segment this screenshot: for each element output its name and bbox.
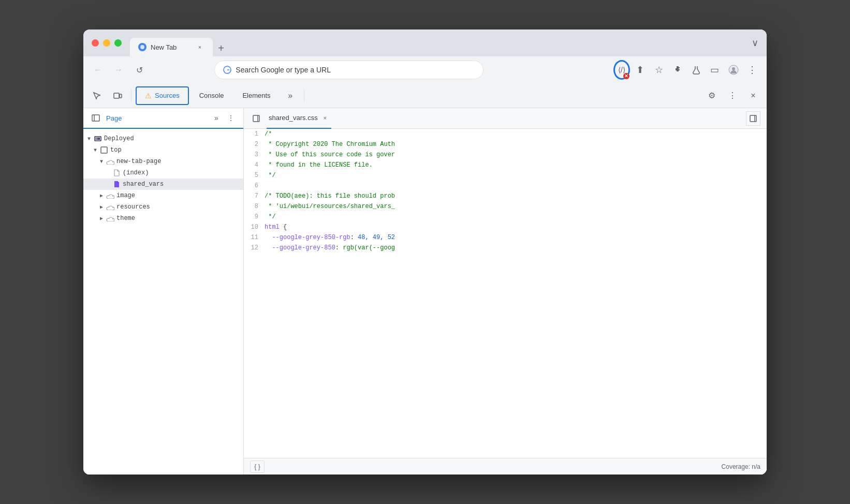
line-number: 10 — [244, 222, 265, 232]
console-tab-label: Console — [199, 92, 224, 99]
file-tree-item-resources[interactable]: ▶resources — [83, 201, 243, 213]
tree-item-label: new-tab-page — [116, 158, 161, 165]
line-content: html { — [265, 222, 767, 232]
devtools-content: Page » ⋮ ▼Deployed▼top▼new-tab-page(inde… — [83, 108, 767, 475]
flask-icon — [692, 65, 700, 75]
line-content: */ — [265, 212, 767, 222]
elements-tab-label: Elements — [242, 92, 270, 99]
back-button[interactable]: ← — [90, 62, 106, 78]
file-panel-header: Page » ⋮ — [83, 108, 243, 129]
file-panel-sidebar-toggle[interactable] — [90, 112, 102, 124]
active-tab[interactable]: New Tab × — [130, 38, 213, 56]
address-input[interactable]: Search Google or type a URL — [214, 61, 483, 79]
code-tab[interactable]: shared_vars.css × — [267, 108, 331, 129]
code-line: 6 — [244, 181, 767, 191]
forward-button[interactable]: → — [110, 62, 127, 78]
bookmark-button[interactable]: ☆ — [651, 62, 667, 78]
tree-item-label: image — [116, 192, 135, 199]
device-toolbar-button[interactable] — [108, 86, 127, 105]
tree-icon-cloud — [106, 157, 114, 166]
format-button[interactable]: { } — [250, 461, 265, 473]
panel-right-icon — [750, 115, 757, 122]
code-line: 4 * found in the LICENSE file. — [244, 160, 767, 170]
traffic-lights — [92, 39, 122, 47]
devtools-settings-button[interactable]: ⚙ — [702, 86, 721, 105]
google-logo — [223, 66, 231, 74]
file-tree-item-image[interactable]: ▶image — [83, 190, 243, 201]
sidebar-toggle-icon — [92, 114, 100, 122]
tree-item-label: theme — [116, 215, 135, 222]
code-line: 9 */ — [244, 212, 767, 222]
code-line: 3 * Use of this source code is gover — [244, 150, 767, 160]
tree-item-label: shared_vars — [123, 181, 164, 188]
devtools-panel: ⚠ Sources Console Elements » ⚙ ⋮ × — [83, 83, 767, 475]
chrome-menu-button[interactable]: ⋮ — [744, 62, 760, 78]
file-panel-tab-label[interactable]: Page — [106, 114, 122, 122]
tree-item-label: top — [110, 146, 122, 154]
panel-left-icon — [253, 115, 260, 122]
close-window-button[interactable] — [92, 39, 99, 47]
devtools-close-button[interactable]: × — [744, 86, 763, 105]
devtools-toolbar: ⚠ Sources Console Elements » ⚙ ⋮ × — [83, 83, 767, 108]
extensions-icon — [673, 65, 682, 75]
devtools-toggle-button[interactable]: ⟨/⟩ ✕ — [613, 62, 630, 78]
line-content — [265, 181, 767, 191]
file-tree-item-theme[interactable]: ▶theme — [83, 213, 243, 224]
code-tab-close[interactable]: × — [321, 114, 329, 122]
tab-elements[interactable]: Elements — [234, 86, 279, 105]
tab-favicon — [138, 43, 146, 51]
tree-arrow: ▶ — [100, 215, 106, 221]
svg-rect-6 — [92, 115, 99, 121]
tab-console[interactable]: Console — [191, 86, 232, 105]
file-tree-item-deployed[interactable]: ▼Deployed — [83, 133, 243, 144]
more-tabs-button[interactable]: » — [281, 86, 300, 105]
device-icon — [113, 91, 122, 100]
file-tree-item-new-tab-page[interactable]: ▼new-tab-page — [83, 156, 243, 167]
devtools-more-options-button[interactable]: ⋮ — [723, 86, 742, 105]
coverage-label: Coverage: n/a — [722, 463, 760, 470]
maximize-window-button[interactable] — [114, 39, 122, 47]
file-tree-item-top[interactable]: ▼top — [83, 144, 243, 156]
code-line: 10html { — [244, 222, 767, 232]
code-line: 11 --google-grey-850-rgb: 48, 49, 52 — [244, 232, 767, 243]
code-line: 7/* TODO(aee): this file should prob — [244, 191, 767, 201]
tab-close-button[interactable]: × — [195, 42, 204, 52]
tab-sources[interactable]: ⚠ Sources — [136, 86, 189, 105]
line-number: 9 — [244, 212, 265, 222]
tree-icon-deployed — [94, 135, 102, 143]
tree-arrow: ▶ — [100, 192, 106, 199]
file-tree-item--index-[interactable]: (index) — [83, 167, 243, 179]
toolbar-separator-right — [304, 90, 304, 102]
extensions-button[interactable] — [669, 62, 686, 78]
sidebar-button[interactable]: ▭ — [707, 62, 723, 78]
toolbar-icons: ⟨/⟩ ✕ ⬆ ☆ ▭ — [613, 62, 760, 78]
windows-menu-icon[interactable]: ∨ — [752, 37, 758, 49]
line-number: 8 — [244, 201, 265, 212]
tab-area: New Tab × + — [130, 29, 748, 56]
devtools-code-icon: ⟨/⟩ — [618, 66, 625, 74]
code-panel-right-toggle[interactable] — [746, 111, 760, 126]
tree-icon-file-purple — [112, 180, 121, 188]
file-panel-options-button[interactable]: ⋮ — [225, 112, 237, 124]
new-tab-button[interactable]: + — [213, 40, 229, 56]
share-button[interactable]: ⬆ — [632, 62, 649, 78]
flask-button[interactable] — [688, 62, 705, 78]
line-number: 3 — [244, 150, 265, 160]
minimize-window-button[interactable] — [103, 39, 110, 47]
file-tree-item-shared-vars[interactable]: shared_vars — [83, 179, 243, 190]
browser-window: New Tab × + ∨ ← → ↺ Search Google or typ… — [83, 29, 767, 475]
tree-icon-cloud — [106, 191, 114, 200]
svg-rect-5 — [120, 94, 122, 98]
code-footer: { } Coverage: n/a — [244, 458, 767, 475]
refresh-button[interactable]: ↺ — [131, 62, 148, 78]
inspect-element-button[interactable] — [87, 86, 106, 105]
file-tree: ▼Deployed▼top▼new-tab-page(index)shared_… — [83, 129, 243, 475]
line-content: */ — [265, 170, 767, 181]
window-controls-right: ∨ — [752, 37, 758, 49]
tree-item-label: Deployed — [104, 135, 134, 142]
devtools-btn-circle: ⟨/⟩ ✕ — [613, 60, 630, 80]
code-panel-left-toggle[interactable] — [250, 112, 262, 125]
file-panel-more-button[interactable]: » — [210, 112, 223, 124]
devtools-toolbar-right: ⚙ ⋮ × — [702, 86, 763, 105]
profile-button[interactable] — [725, 62, 742, 78]
